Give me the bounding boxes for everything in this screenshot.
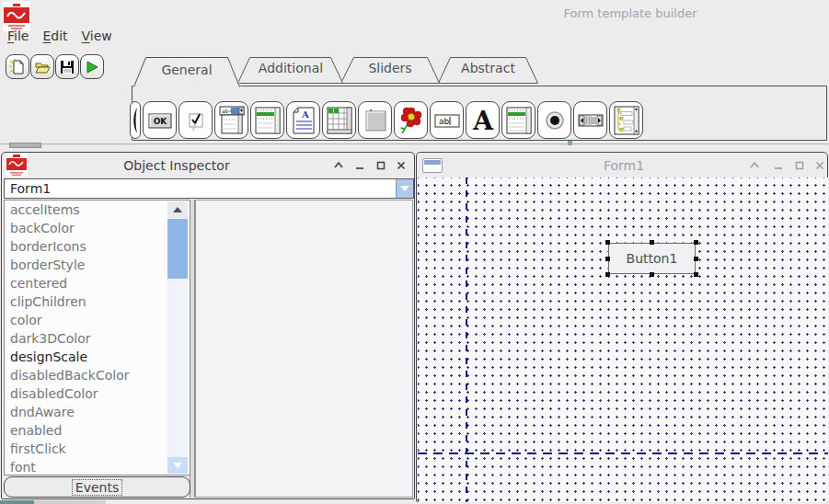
pane-sash-handle[interactable] (9, 143, 41, 148)
button1-label: Button1 (627, 251, 678, 266)
palette-listbox-component[interactable] (250, 101, 284, 139)
minimize-icon (772, 159, 785, 172)
property-row[interactable]: accelItems (5, 200, 190, 219)
palette-checkbox-component[interactable] (178, 101, 213, 139)
selection-handle-bm[interactable] (650, 272, 654, 277)
property-row[interactable]: font (5, 458, 190, 476)
form-shade-button[interactable] (748, 159, 761, 172)
palette-button-component[interactable]: OK (143, 101, 177, 139)
tab-additional[interactable]: Additional (248, 61, 333, 75)
form-window-icon (422, 158, 443, 173)
minimize-icon (353, 159, 366, 172)
form-title: Form1 (504, 158, 743, 173)
background-window-strip-light (34, 500, 106, 504)
close-button[interactable] (395, 159, 408, 172)
flower-image-icon (398, 107, 424, 134)
form-minimize-button[interactable] (772, 159, 785, 172)
form-close-button[interactable] (813, 159, 826, 172)
scroll-down-icon (172, 461, 183, 470)
property-row[interactable]: color (5, 311, 190, 329)
horizontal-guideline (418, 452, 828, 454)
property-row[interactable]: firstClick (5, 440, 190, 458)
close-icon (395, 159, 408, 172)
grid-icon (327, 107, 352, 134)
form-maximize-button[interactable] (793, 159, 806, 172)
palette-image-component[interactable] (394, 101, 428, 139)
property-row[interactable]: dark3DColor (5, 329, 190, 348)
property-row[interactable]: disabledBackColor (5, 366, 190, 384)
property-row[interactable]: disabledColor (5, 384, 190, 403)
selection-handle-tr[interactable] (694, 240, 698, 245)
property-row[interactable]: backColor (5, 219, 190, 237)
property-value-panel (195, 200, 413, 498)
property-row-selected[interactable]: designScale (5, 348, 190, 366)
property-row[interactable]: centered (5, 274, 190, 292)
palette-grid-component[interactable] (322, 101, 356, 139)
close-icon (813, 159, 826, 172)
selected-object-name: Form1 (10, 181, 51, 196)
scroll-down-button[interactable] (167, 457, 188, 474)
object-inspector-titlebar[interactable]: Object Inspector (2, 153, 414, 178)
selection-handle-tm[interactable] (650, 240, 654, 245)
palette-memo-component[interactable]: A (286, 101, 320, 139)
combobox-dropdown-button[interactable] (396, 179, 413, 198)
svg-text:A: A (301, 109, 309, 120)
selection-handle-tl[interactable] (605, 240, 610, 245)
button1-design-object[interactable]: Button1 (608, 243, 696, 274)
checkbox-icon (183, 107, 209, 134)
chevron-down-icon (398, 183, 411, 194)
form-designer-window: Form1 Button1 (416, 152, 828, 502)
button-icon: OK (147, 107, 173, 134)
tab-general[interactable]: General (145, 63, 228, 77)
background-window-strip (0, 500, 34, 504)
shade-icon (748, 159, 761, 172)
maximize-icon (793, 159, 806, 172)
pane-sash-mark (568, 141, 572, 145)
minimize-button[interactable] (353, 159, 366, 172)
pointer-selector-icon (132, 107, 139, 134)
palette-checklistbox-component[interactable] (501, 101, 535, 139)
palette-panel-component[interactable] (358, 101, 392, 139)
checklistbox-icon (506, 107, 532, 134)
combobox-icon: ab< (219, 106, 245, 135)
palette-radiobutton-component[interactable] (537, 101, 571, 139)
component-palette: OK ab< (130, 101, 643, 139)
palette-combobox-component[interactable]: ab< (214, 101, 248, 139)
edit-icon: ab (434, 107, 460, 134)
selection-handle-mr[interactable] (694, 257, 698, 261)
object-inspector-window: Object Inspector Form1 accelItems backCo… (1, 152, 415, 499)
app-window: Form template builder File Edit View (0, 0, 829, 504)
property-row[interactable]: borderStyle (5, 256, 190, 274)
property-list-scrollbar[interactable] (167, 201, 188, 474)
property-row[interactable]: dndAware (5, 403, 190, 421)
scrollbar-thumb[interactable] (167, 219, 188, 279)
palette-edit-component[interactable]: ab (430, 101, 464, 139)
panel-icon (363, 107, 388, 134)
object-selector-combobox[interactable]: Form1 (4, 178, 414, 199)
pointer-selector-button[interactable] (130, 101, 141, 139)
events-button-label: Events (73, 480, 121, 495)
form-design-grid[interactable]: Button1 (418, 178, 828, 502)
treeview-icon (614, 106, 639, 135)
tab-sliders[interactable]: Sliders (352, 61, 428, 75)
selection-handle-ml[interactable] (605, 257, 610, 261)
palette-label-component[interactable]: A (466, 101, 500, 139)
property-row[interactable]: borderIcons (5, 237, 190, 256)
svg-text:ab: ab (439, 117, 450, 126)
scroll-up-icon (172, 205, 183, 214)
shade-button[interactable] (332, 159, 345, 172)
maximize-button[interactable] (374, 159, 387, 172)
property-list: accelItems backColor borderIcons borderS… (4, 200, 190, 475)
property-row[interactable]: enabled (5, 421, 190, 440)
tab-abstract[interactable]: Abstract (449, 61, 527, 75)
form-designer-titlebar[interactable]: Form1 (417, 153, 827, 178)
events-button[interactable]: Events (4, 476, 190, 498)
property-row[interactable]: clipChildren (5, 292, 190, 311)
palette-treeview-component[interactable] (609, 101, 643, 139)
listbox-icon (255, 107, 281, 134)
selection-handle-br[interactable] (694, 272, 698, 277)
object-inspector-title: Object Inspector (89, 158, 264, 173)
palette-scrollbar-component[interactable] (573, 101, 607, 139)
selection-handle-bl[interactable] (605, 272, 610, 277)
scroll-up-button[interactable] (167, 201, 188, 218)
